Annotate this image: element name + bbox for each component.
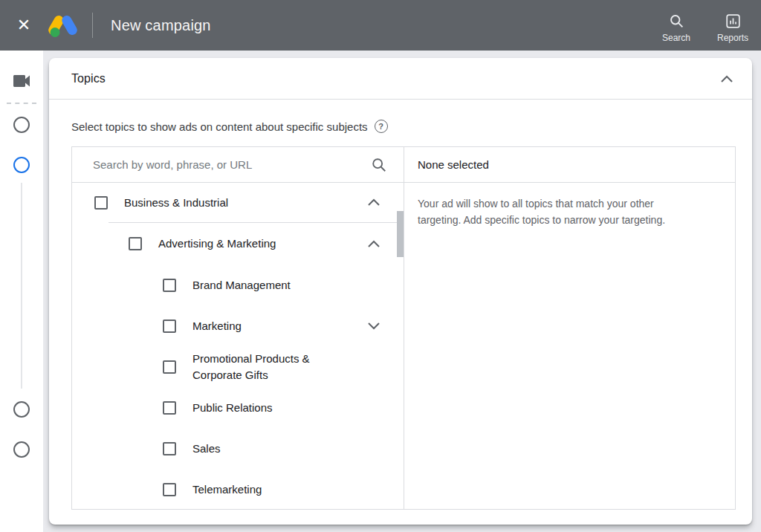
selection-header: None selected bbox=[404, 147, 735, 183]
checkbox[interactable] bbox=[163, 319, 176, 333]
tree-row-promotional-products[interactable]: Promotional Products & Corporate Gifts bbox=[72, 346, 404, 387]
google-ads-logo-icon bbox=[49, 12, 79, 39]
reports-button[interactable]: Reports bbox=[705, 7, 761, 43]
search-icon bbox=[669, 13, 684, 29]
step-sidebar bbox=[0, 51, 43, 532]
tree-row-label: Telemarketing bbox=[192, 481, 262, 498]
tree-row-business-industrial[interactable]: Business & Industrial bbox=[72, 183, 404, 222]
chevron-up-icon[interactable] bbox=[368, 241, 380, 247]
collapse-section-button[interactable] bbox=[718, 70, 736, 88]
tree-row-label: Business & Industrial bbox=[124, 195, 228, 211]
tree-row-brand-management[interactable]: Brand Management bbox=[72, 265, 404, 305]
tree-row-label: Advertising & Marketing bbox=[158, 236, 276, 252]
tree-row-advertising-marketing[interactable]: Advertising & Marketing bbox=[72, 223, 404, 265]
checkbox[interactable] bbox=[163, 442, 176, 455]
topbar-actions: Search Reports bbox=[648, 7, 761, 43]
card-subtitle-row: Select topics to show ads on content abo… bbox=[49, 100, 752, 133]
close-icon[interactable]: ✕ bbox=[9, 10, 39, 40]
card-subtitle: Select topics to show ads on content abo… bbox=[71, 120, 368, 133]
chevron-up-icon bbox=[721, 76, 733, 82]
videocam-icon[interactable] bbox=[13, 74, 30, 88]
selection-panel: None selected Your ad will show to all t… bbox=[404, 147, 735, 509]
search-label: Search bbox=[662, 33, 690, 43]
tree-row-label: Public Relations bbox=[192, 400, 273, 416]
chevron-down-icon[interactable] bbox=[368, 322, 380, 329]
divider bbox=[92, 13, 93, 38]
topic-search-input[interactable] bbox=[93, 158, 371, 171]
tree-row-label: Brand Management bbox=[192, 277, 291, 293]
step-separator bbox=[7, 103, 36, 104]
topic-tree-panel: Business & Industrial Advertising & Mark… bbox=[72, 147, 404, 509]
page-title: New campaign bbox=[111, 17, 211, 34]
tree-row-label: Promotional Products & Corporate Gifts bbox=[192, 351, 349, 383]
step-circle-1[interactable] bbox=[13, 117, 30, 133]
checkbox[interactable] bbox=[129, 237, 142, 250]
checkbox[interactable] bbox=[94, 196, 108, 210]
topics-card-header[interactable]: Topics bbox=[49, 58, 752, 100]
chevron-up-icon[interactable] bbox=[368, 199, 380, 206]
topic-picker: Business & Industrial Advertising & Mark… bbox=[71, 146, 736, 510]
tree-row-public-relations[interactable]: Public Relations bbox=[72, 387, 404, 428]
search-icon[interactable] bbox=[371, 157, 387, 173]
checkbox[interactable] bbox=[163, 401, 176, 415]
search-button[interactable]: Search bbox=[648, 7, 705, 43]
help-icon[interactable]: ? bbox=[375, 120, 388, 133]
step-circle-4[interactable] bbox=[13, 441, 30, 458]
reports-icon bbox=[725, 13, 741, 29]
tree-row-marketing[interactable]: Marketing bbox=[72, 305, 404, 346]
checkbox[interactable] bbox=[163, 360, 176, 374]
scrollbar-thumb[interactable] bbox=[397, 211, 404, 257]
topic-tree: Business & Industrial Advertising & Mark… bbox=[72, 183, 404, 510]
tree-row-label: Sales bbox=[192, 441, 221, 457]
checkbox[interactable] bbox=[163, 279, 176, 292]
tree-row-sales[interactable]: Sales bbox=[72, 428, 404, 469]
tree-row-telemarketing[interactable]: Telemarketing bbox=[72, 469, 404, 510]
topbar: ✕ New campaign Search Reports bbox=[0, 0, 761, 51]
search-row bbox=[72, 147, 404, 183]
card-title: Topics bbox=[71, 72, 106, 85]
selection-description: Your ad will show to all topics that mat… bbox=[404, 183, 716, 228]
step-circle-3[interactable] bbox=[13, 401, 30, 418]
step-connector-line bbox=[21, 183, 22, 389]
tree-row-label: Marketing bbox=[192, 318, 242, 334]
checkbox[interactable] bbox=[163, 483, 176, 496]
step-circle-2-active[interactable] bbox=[13, 157, 30, 173]
topics-card: Topics Select topics to show ads on cont… bbox=[49, 58, 752, 525]
reports-label: Reports bbox=[717, 33, 748, 43]
